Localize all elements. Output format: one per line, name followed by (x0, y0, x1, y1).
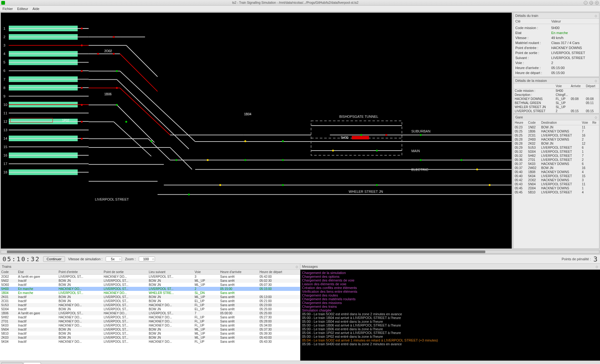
svg-point-84 (81, 87, 83, 89)
scrollbar-thumb[interactable] (7, 251, 485, 253)
trains-col-header[interactable]: Heure d'arrivée (219, 270, 258, 275)
trains-col-header[interactable] (215, 270, 219, 275)
svg-text:8: 8 (3, 86, 5, 90)
kv-row: Matériel roulant :Class 317 / 4 Cars (515, 40, 597, 45)
panel-title: Gare (515, 115, 523, 119)
track-svg[interactable]: 123456789101112131415161718 (1, 13, 512, 242)
maximize-icon[interactable]: ◇ (589, 1, 593, 5)
tab-missions[interactable]: Missions (1, 362, 23, 364)
menu-help[interactable]: Aide (32, 7, 39, 11)
trains-col-header[interactable]: Voie (193, 270, 215, 275)
mission-stop-row: BETHNAL GREENSL_UP05:11 (513, 101, 599, 105)
suburban-label: SUBURBAN (411, 129, 430, 133)
svg-text:1: 1 (3, 27, 5, 30)
gare-row[interactable]: 05:282H00HACKNEY DOWNS2 (513, 137, 599, 142)
train-row[interactable]: 5H82InactifHACKNEY DO...LIVERPOOL ST...H… (0, 315, 300, 319)
gare-row[interactable]: 05:455B10LIVERPOOL STREET4 (513, 190, 599, 194)
svg-text:6: 6 (3, 69, 5, 72)
caret-icon[interactable]: ◇ (152, 258, 154, 261)
zoom-spinner[interactable]: ◇ (139, 257, 155, 262)
zoom-input[interactable] (140, 257, 152, 261)
titlebar: ts2 - Train Signalling Simulation - /mnt… (0, 0, 600, 6)
close-icon[interactable]: × (595, 1, 599, 5)
minimize-icon[interactable]: – (584, 1, 588, 5)
svg-point-91 (116, 70, 118, 72)
gare-row[interactable]: 05:435N04LIVERPOOL STREET11 (513, 182, 599, 186)
train-row[interactable]: 5B10InactifBOW JNLIVERPOOL ST...BOW JNML… (0, 332, 300, 336)
gare-row[interactable]: 05:375K03HACKNEY DOWNS6 (513, 162, 599, 166)
train-row[interactable]: 2C01InactifBOW JNLIVERPOOL ST...BOW JNEL… (0, 299, 300, 303)
train-2o02-label: 2O02 (104, 49, 112, 53)
train-row[interactable]: 2T01InactifHACKNEY DO...LIVERPOOL ST...H… (0, 319, 300, 323)
trains-col-header[interactable]: Point d'entrée (57, 270, 102, 275)
trains-panel: Trains◇ CodeEtatPoint d'entréePoint de s… (0, 264, 300, 361)
gare-row[interactable]: 05:362T01LIVERPOOL STREET2 (513, 158, 599, 162)
gare-row[interactable]: 05:252C01LIVERPOOL STREET16 (513, 133, 599, 137)
train-row[interactable]: 5D04InactifBOW JNLIVERPOOL ST...BOW JNEL… (0, 307, 300, 311)
svg-point-114 (188, 193, 190, 195)
train-row[interactable]: 5K03InactifHACKNEY DO...LIVERPOOL ST...H… (0, 323, 300, 327)
gare-row[interactable]: 05:405K04LIVERPOOL STREET15 (513, 174, 599, 178)
trains-col-header[interactable]: Heure de départ (258, 270, 300, 275)
train-1b04-label: 1B04 (244, 112, 252, 116)
track-diagram[interactable]: 123456789101112131415161718 (1, 12, 512, 249)
collapse-icon[interactable]: ◇ (595, 14, 597, 17)
train-row[interactable]: 1B04En marcheLIVERPOOL ST...HACKNEY DO..… (0, 291, 300, 295)
log-line: Chargement des missions (302, 301, 598, 305)
train-row[interactable]: 2O02A l'arrêt en gareLIVERPOOL ST...HACK… (0, 275, 300, 279)
gare-row[interactable]: 05:452D04HACKNEY DOWNS1 (513, 186, 599, 190)
tabbar: Missions Trains (0, 361, 600, 364)
train-row[interactable]: 5U53InactifHACKNEY DO...LIVERPOOL ST...H… (0, 303, 300, 307)
menu-editor[interactable]: Editeur (17, 7, 28, 11)
log-line: Chargement des trains (302, 305, 598, 308)
svg-point-113 (219, 184, 221, 186)
continue-button[interactable]: Continuer (43, 256, 65, 262)
caret-icon[interactable]: ◇ (119, 258, 121, 261)
trains-col-header[interactable]: Point de sortie (102, 270, 148, 275)
menu-file[interactable]: Fichier (2, 7, 13, 11)
trains-col-header[interactable]: Etat (17, 270, 58, 275)
sim-speed-spinner[interactable]: ◇ (106, 257, 122, 262)
sim-speed-input[interactable] (107, 257, 119, 261)
trains-col-header[interactable]: Lieu suivant (148, 270, 193, 275)
collapse-icon[interactable]: ◇ (596, 265, 598, 268)
gare-row[interactable]: 05:295U53LIVERPOOL STREET6 (513, 146, 599, 150)
gare-row[interactable]: 05:251B06HACKNEY DOWNS7 (513, 129, 599, 133)
svg-point-112 (282, 184, 284, 186)
gare-row[interactable]: 05:231N02BOW JN11 (513, 125, 599, 130)
train-row[interactable]: 5N04InactifBOW JNLIVERPOOL ST...BOW JNML… (0, 327, 300, 332)
gare-row[interactable]: 05:325D04LIVERPOOL STREET1 (513, 150, 599, 154)
svg-line-52 (120, 54, 158, 91)
main-label: MAIN (411, 149, 420, 153)
gare-row[interactable]: 05:372W02BOW JN16 (513, 166, 599, 170)
train-row[interactable]: 1B06A l'arrêt en gareLIVERPOOL ST...HACK… (0, 311, 300, 315)
log-line: Vérification des liens entre éléments (302, 290, 598, 293)
train-row[interactable]: 2K03InactifBOW JNLIVERPOOL ST...BOW JNML… (0, 336, 300, 340)
svg-point-98 (244, 159, 246, 161)
svg-point-107 (420, 134, 422, 136)
train-row[interactable]: 5H00En marcheHACKNEY DO...LIVERPOOL ST..… (0, 287, 300, 291)
train-row[interactable]: 5O60InactifBOW JNLIVERPOOL ST...BOW JNML… (0, 283, 300, 287)
svg-point-96 (175, 159, 177, 161)
svg-point-81 (81, 27, 83, 29)
collapse-icon[interactable]: ◇ (296, 265, 298, 268)
track-h-scrollbar[interactable] (1, 250, 599, 254)
train-row[interactable]: 2K01InactifBOW JNLIVERPOOL ST...BOW JNML… (0, 295, 300, 299)
menubar: Fichier Editeur Aide (0, 6, 600, 12)
collapse-icon[interactable]: ◇ (595, 79, 597, 82)
gare-row[interactable]: 05:325H82LIVERPOOL STREET7 (513, 154, 599, 158)
svg-text:11: 11 (3, 111, 7, 115)
trains-col-header[interactable]: Code (0, 270, 17, 275)
train-row[interactable]: 5N02InactifBOW JNLIVERPOOL ST...BOW JNML… (0, 279, 300, 283)
gare-row[interactable]: 05:282K02BOW JN12 (513, 142, 599, 146)
tab-trains[interactable]: Trains (23, 362, 41, 364)
log-line: Liaison des éléments de voie (302, 282, 598, 286)
gare-row[interactable]: 05:422O02HACKNEY DOWNS3 (513, 178, 599, 182)
mission-stop-row: WHELER STREET JNSL_UP (513, 105, 599, 109)
tunnel-label: BISHOPSGATE TUNNEL (339, 115, 378, 118)
svg-point-88 (97, 53, 99, 55)
train-row[interactable]: 5K04InactifHACKNEY DO...LIVERPOOL ST...H… (0, 340, 300, 344)
collapse-icon[interactable]: ◇ (595, 116, 597, 119)
message-log[interactable]: Chargement de la simulationChargement de… (300, 270, 600, 361)
gare-row[interactable]: 05:401B08HACKNEY DOWNS4 (513, 170, 599, 174)
